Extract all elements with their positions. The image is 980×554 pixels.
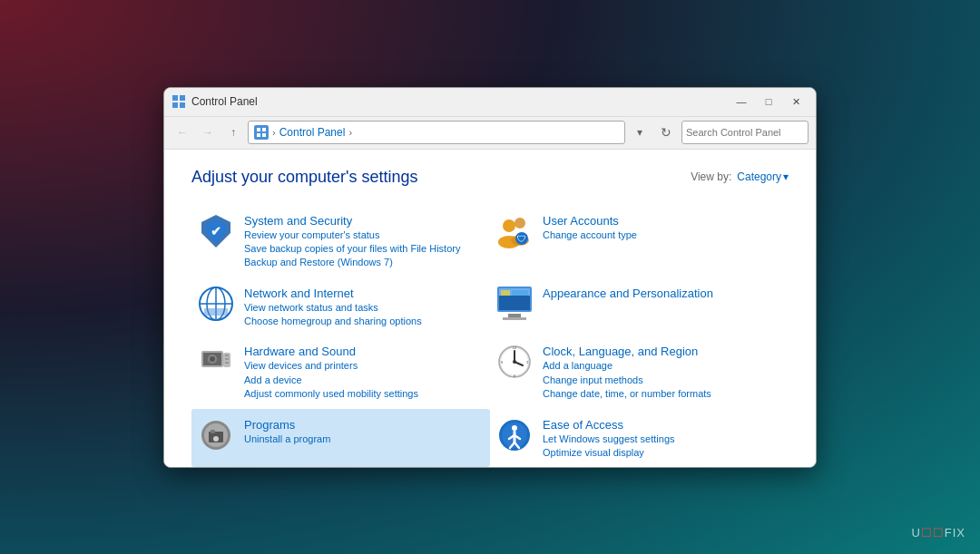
breadcrumb-link[interactable]: Control Panel: [279, 126, 346, 139]
view-by-label: View by:: [691, 170, 731, 183]
svg-rect-21: [204, 308, 215, 316]
category-system-security[interactable]: ✔ System and Security Review your comput…: [191, 205, 490, 277]
system-security-icon: ✔: [197, 212, 235, 250]
window-icon: [172, 94, 186, 109]
svg-point-42: [513, 360, 516, 364]
window-controls: — □ ✕: [729, 92, 808, 111]
svg-rect-36: [225, 358, 229, 360]
svg-rect-27: [503, 317, 526, 320]
category-programs[interactable]: Programs Uninstall a program: [191, 409, 490, 467]
clock-language-title[interactable]: Clock, Language, and Region: [543, 345, 698, 358]
svg-rect-26: [508, 314, 521, 317]
hardware-sound-link-3[interactable]: Adjust commonly used mobility settings: [244, 387, 485, 401]
svg-rect-5: [262, 128, 266, 131]
ease-access-title[interactable]: Ease of Access: [543, 418, 623, 432]
title-bar: Control Panel — □ ✕: [164, 88, 816, 117]
ease-access-link-1[interactable]: Let Windows suggest settings: [543, 433, 783, 446]
dropdown-button[interactable]: ▾: [629, 121, 651, 143]
svg-rect-29: [512, 290, 528, 296]
programs-title[interactable]: Programs: [244, 418, 295, 432]
forward-button[interactable]: →: [197, 121, 219, 143]
category-network-internet[interactable]: Network and Internet View network status…: [191, 277, 490, 336]
search-box: 🔍: [681, 121, 808, 144]
clock-language-icon: 12 3 6 9: [495, 343, 534, 381]
svg-text:12: 12: [513, 345, 517, 350]
svg-point-33: [210, 356, 215, 362]
svg-point-12: [514, 218, 525, 228]
network-internet-link-2[interactable]: Choose homegroup and sharing options: [244, 315, 485, 328]
hardware-sound-link-2[interactable]: Add a device: [244, 374, 485, 387]
maximize-button[interactable]: □: [756, 92, 781, 111]
programs-link-1[interactable]: Uninstall a program: [244, 433, 485, 446]
hardware-sound-text: Hardware and Sound View devices and prin…: [244, 343, 485, 401]
clock-language-link-3[interactable]: Change date, time, or number formats: [543, 387, 783, 401]
category-user-accounts[interactable]: 🛡 User Accounts Change account type: [490, 205, 789, 277]
user-accounts-title[interactable]: User Accounts: [543, 214, 619, 228]
programs-icon: [197, 416, 235, 454]
clock-language-text: Clock, Language, and Region Add a langua…: [543, 343, 783, 401]
search-input[interactable]: [686, 127, 811, 138]
watermark-colored: ☐☐: [921, 526, 945, 539]
search-icon[interactable]: 🔍: [815, 126, 817, 139]
svg-rect-3: [180, 102, 185, 108]
window-title: Control Panel: [191, 95, 729, 108]
svg-rect-0: [172, 95, 178, 101]
back-button[interactable]: ←: [172, 121, 193, 143]
network-internet-link-1[interactable]: View network status and tasks: [244, 301, 485, 315]
appearance-title[interactable]: Appearance and Personalization: [543, 287, 713, 300]
view-by: View by: Category ▾: [691, 170, 789, 183]
ease-access-link-2[interactable]: Optimize visual display: [543, 446, 783, 460]
breadcrumb-sep2: ›: [348, 127, 352, 138]
svg-rect-28: [501, 290, 510, 296]
svg-rect-22: [217, 308, 228, 316]
system-security-link-3[interactable]: Backup and Restore (Windows 7): [244, 256, 485, 269]
svg-point-51: [213, 436, 219, 442]
network-internet-title[interactable]: Network and Internet: [244, 287, 354, 300]
minimize-button[interactable]: —: [729, 92, 754, 111]
clock-language-link-2[interactable]: Change input methods: [543, 374, 783, 387]
clock-language-link-1[interactable]: Add a language: [543, 359, 783, 373]
system-security-text: System and Security Review your computer…: [244, 212, 485, 270]
breadcrumb-icon: [254, 125, 269, 140]
appearance-text: Appearance and Personalization: [543, 285, 783, 301]
programs-text: Programs Uninstall a program: [244, 416, 485, 446]
user-accounts-text: User Accounts Change account type: [543, 212, 783, 242]
svg-rect-50: [211, 430, 215, 433]
view-by-dropdown[interactable]: Category ▾: [737, 170, 789, 183]
svg-point-54: [512, 425, 517, 431]
svg-rect-7: [262, 133, 266, 137]
control-panel-window: Control Panel — □ ✕ ← → ↑ › Control Pane…: [163, 87, 817, 468]
refresh-button[interactable]: ↻: [654, 121, 678, 144]
category-hardware-sound[interactable]: Hardware and Sound View devices and prin…: [191, 335, 490, 408]
main-content: Adjust your computer's settings View by:…: [164, 150, 816, 467]
svg-rect-4: [257, 128, 260, 131]
hardware-sound-title[interactable]: Hardware and Sound: [244, 345, 356, 358]
svg-rect-2: [172, 102, 178, 108]
user-accounts-icon: 🛡: [495, 212, 534, 250]
svg-rect-37: [225, 362, 229, 364]
ease-access-text: Ease of Access Let Windows suggest setti…: [543, 416, 783, 461]
category-clock-language[interactable]: 12 3 6 9 Clock, Language, and Region Add…: [490, 335, 789, 408]
svg-text:✔: ✔: [211, 224, 221, 238]
system-security-title[interactable]: System and Security: [244, 214, 352, 228]
svg-rect-6: [257, 133, 260, 137]
system-security-link-1[interactable]: Review your computer's status: [244, 228, 485, 242]
category-ease-access[interactable]: Ease of Access Let Windows suggest setti…: [490, 409, 789, 467]
watermark: U☐☐FIX: [911, 526, 965, 539]
svg-text:🛡: 🛡: [517, 234, 526, 244]
ease-access-icon: [495, 416, 534, 454]
svg-rect-1: [180, 95, 185, 101]
page-title: Adjust your computer's settings: [191, 168, 418, 187]
user-accounts-link-1[interactable]: Change account type: [543, 228, 783, 242]
close-button[interactable]: ✕: [783, 92, 808, 111]
categories-grid: ✔ System and Security Review your comput…: [191, 205, 789, 467]
system-security-link-2[interactable]: Save backup copies of your files with Fi…: [244, 242, 485, 256]
address-bar: ← → ↑ › Control Panel › ▾ ↻ 🔍: [164, 117, 816, 150]
hardware-sound-link-1[interactable]: View devices and printers: [244, 359, 485, 373]
category-appearance[interactable]: Appearance and Personalization: [490, 277, 789, 336]
header-row: Adjust your computer's settings View by:…: [191, 168, 789, 187]
hardware-sound-icon: [197, 343, 235, 381]
up-button[interactable]: ↑: [222, 121, 244, 143]
network-internet-icon: [197, 285, 235, 323]
breadcrumb-sep: ›: [272, 127, 276, 138]
